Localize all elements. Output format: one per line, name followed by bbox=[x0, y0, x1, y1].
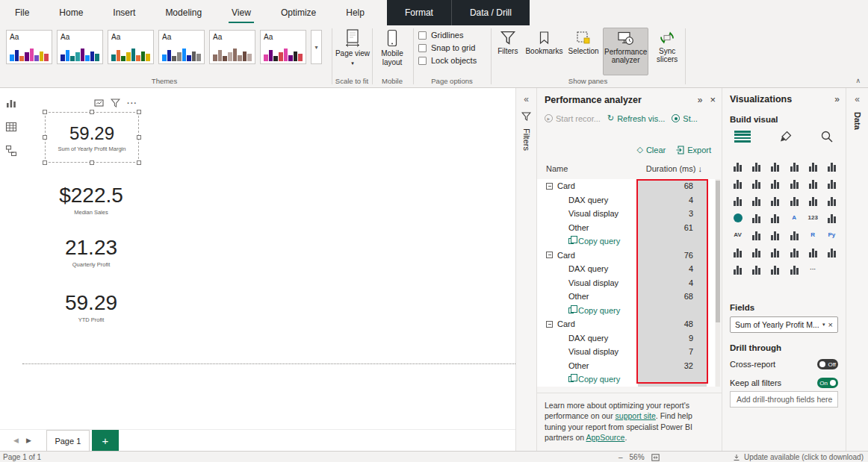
menu-tab-optimize[interactable]: Optimize bbox=[266, 0, 331, 25]
copy-query-link[interactable]: Copy query bbox=[537, 234, 715, 249]
appsource-link[interactable]: AppSource bbox=[586, 433, 624, 442]
clustered-column-chart-icon[interactable] bbox=[787, 160, 801, 172]
selection-handle[interactable] bbox=[90, 160, 94, 165]
theme-default-thumbnail[interactable]: Aa bbox=[6, 30, 52, 64]
area-chart-icon[interactable] bbox=[750, 177, 763, 189]
more-options-icon[interactable]: ··· bbox=[806, 263, 819, 275]
card-visual-selected[interactable]: 59.29 Sum of Yearly Profit Margin bbox=[45, 112, 139, 163]
menu-tab-modeling[interactable]: Modeling bbox=[150, 0, 217, 25]
waterfall-chart-icon[interactable] bbox=[731, 194, 745, 206]
snap-to-grid-checkbox[interactable] bbox=[418, 44, 427, 52]
perf-table-row[interactable]: Card48 bbox=[537, 317, 715, 331]
table-icon[interactable] bbox=[769, 228, 782, 240]
lock-objects-checkbox[interactable] bbox=[418, 57, 427, 65]
azure-map-icon[interactable]: A bbox=[787, 211, 801, 223]
pie-chart-icon[interactable] bbox=[787, 194, 801, 206]
menu-tab-file[interactable]: File bbox=[0, 0, 44, 25]
chevron-down-icon[interactable]: ▾ bbox=[822, 322, 825, 328]
r-script-visual-icon[interactable]: R bbox=[806, 228, 819, 240]
smart-narrative-icon[interactable] bbox=[787, 246, 801, 257]
start-recording-button[interactable]: ▶ Start recor... bbox=[545, 114, 601, 123]
line-and-clustered-column-chart-icon[interactable] bbox=[806, 177, 819, 189]
stacked-bar-chart-icon[interactable] bbox=[731, 160, 745, 172]
slicer-icon[interactable] bbox=[787, 263, 801, 275]
selection-handle[interactable] bbox=[43, 160, 47, 165]
lock-objects-option[interactable]: Lock objects bbox=[418, 56, 477, 65]
visual-options-icon[interactable] bbox=[94, 99, 104, 107]
name-column-header[interactable]: Name bbox=[546, 164, 568, 173]
menu-tab-help[interactable]: Help bbox=[331, 0, 379, 25]
line-chart-icon[interactable] bbox=[731, 177, 745, 189]
report-canvas[interactable]: ··· 59.29 Sum of Yearly Profit Margin $2… bbox=[22, 88, 515, 451]
format-visual-icon[interactable] bbox=[779, 130, 793, 143]
perf-table-row[interactable]: Card68 bbox=[537, 179, 715, 193]
gauge-icon[interactable] bbox=[825, 211, 838, 223]
mobile-layout-button[interactable]: Mobile layout bbox=[373, 29, 411, 66]
cross-report-toggle[interactable]: Off bbox=[817, 359, 838, 369]
key-influencers-icon[interactable] bbox=[731, 246, 745, 257]
perf-table-row[interactable]: Visual display4 bbox=[537, 276, 715, 290]
expand-pane-icon[interactable]: « bbox=[516, 94, 536, 104]
card-icon[interactable]: 123 bbox=[806, 211, 819, 223]
build-visual-icon[interactable] bbox=[734, 131, 751, 143]
copy-query-link[interactable]: Copy query bbox=[537, 372, 715, 387]
next-page-icon[interactable]: ▶ bbox=[26, 437, 31, 444]
menu-tab-view[interactable]: View bbox=[217, 0, 266, 25]
treemap-icon[interactable] bbox=[825, 194, 838, 206]
page-tab-page-1[interactable]: Page 1 bbox=[46, 430, 90, 451]
theme-3-thumbnail[interactable]: Aa bbox=[108, 30, 154, 64]
selection-pane-button[interactable]: Selection bbox=[565, 28, 601, 75]
perf-scrollbar[interactable] bbox=[716, 179, 720, 387]
matrix-icon[interactable] bbox=[787, 228, 801, 240]
theme-6-thumbnail[interactable]: Aa bbox=[260, 30, 306, 64]
context-tab-data-drill[interactable]: Data / Drill bbox=[452, 0, 530, 25]
expand-pane-icon[interactable]: » bbox=[834, 94, 840, 104]
keep-all-filters-toggle[interactable]: On bbox=[817, 378, 838, 388]
expand-pane-icon[interactable]: « bbox=[846, 94, 868, 104]
duration-column-header[interactable]: Duration (ms) ↓ bbox=[646, 164, 702, 173]
previous-page-icon[interactable]: ◀ bbox=[13, 437, 19, 444]
stacked-area-chart-icon[interactable] bbox=[769, 177, 782, 189]
stacked-column-chart-icon[interactable] bbox=[750, 160, 763, 172]
gridlines-checkbox[interactable] bbox=[418, 31, 427, 40]
collapse-row-icon[interactable] bbox=[546, 183, 553, 190]
analytics-icon[interactable] bbox=[820, 130, 834, 143]
perf-table-row[interactable]: Other61 bbox=[537, 221, 715, 235]
stop-button[interactable]: St... bbox=[672, 114, 698, 123]
new-page-button[interactable]: + bbox=[92, 430, 119, 451]
perf-table-row[interactable]: Visual display3 bbox=[537, 207, 715, 221]
data-view-icon[interactable] bbox=[5, 121, 17, 133]
selection-handle[interactable] bbox=[137, 110, 141, 114]
zoom-level[interactable]: 56% bbox=[630, 453, 645, 461]
clear-button[interactable]: ◇ Clear bbox=[636, 145, 666, 154]
export-button[interactable]: Export bbox=[676, 145, 711, 154]
funnel-chart-icon[interactable] bbox=[750, 194, 763, 206]
perf-table-row[interactable]: DAX query4 bbox=[537, 262, 715, 276]
remove-field-icon[interactable]: × bbox=[828, 320, 833, 329]
perf-table-row[interactable]: Other32 bbox=[537, 359, 715, 373]
map-icon[interactable] bbox=[731, 211, 745, 223]
selection-handle[interactable] bbox=[43, 135, 47, 140]
perf-table-row[interactable]: DAX query9 bbox=[537, 331, 715, 346]
filter-icon[interactable] bbox=[111, 99, 120, 107]
refresh-visuals-button[interactable]: ↻ Refresh vis... bbox=[607, 113, 665, 123]
collapse-ribbon-icon[interactable]: ∧ bbox=[855, 77, 861, 84]
100-stacked-column-chart-icon[interactable] bbox=[825, 160, 838, 172]
more-options-icon[interactable]: ··· bbox=[127, 99, 137, 107]
kpi-icon[interactable] bbox=[750, 228, 763, 240]
update-available-link[interactable]: Update available (click to download) bbox=[733, 453, 864, 461]
shape-map-icon[interactable] bbox=[769, 211, 782, 223]
perf-table-row[interactable]: Visual display7 bbox=[537, 345, 715, 359]
line-and-stacked-column-chart-icon[interactable] bbox=[787, 177, 801, 189]
sync-slicers-button[interactable]: Sync slicers bbox=[650, 28, 684, 75]
themes-gallery-dropdown[interactable]: ▾ bbox=[311, 30, 322, 64]
metrics-icon[interactable] bbox=[806, 246, 819, 257]
perf-table-row[interactable]: Other68 bbox=[537, 290, 715, 304]
decomposition-tree-icon[interactable] bbox=[750, 246, 763, 257]
bookmarks-pane-button[interactable]: Bookmarks bbox=[524, 28, 565, 75]
collapse-row-icon[interactable] bbox=[546, 321, 553, 328]
theme-2-thumbnail[interactable]: Aa bbox=[57, 30, 103, 64]
fit-to-page-icon[interactable] bbox=[651, 454, 660, 461]
page-view-button[interactable]: Page view ▾ bbox=[334, 29, 371, 66]
filters-pane-button[interactable]: Filters bbox=[493, 28, 523, 75]
